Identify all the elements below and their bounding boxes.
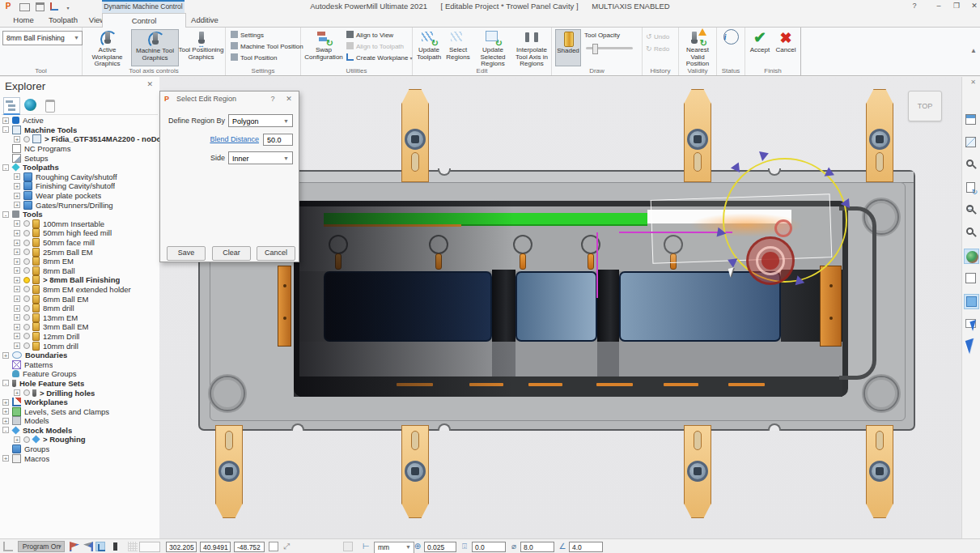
tree-item-label[interactable]: 10mm drill — [43, 342, 78, 351]
expand-icon[interactable]: + — [2, 352, 9, 359]
help-button[interactable]: ? — [908, 1, 921, 11]
tree-item[interactable]: +8mm EM — [0, 257, 159, 266]
tree-item[interactable]: -Machine Tools — [0, 125, 159, 135]
workplane-quick-icon[interactable] — [50, 2, 58, 11]
tree-item-label[interactable]: Macros — [24, 454, 49, 463]
expand-icon[interactable]: + — [14, 296, 20, 302]
tree-item-label[interactable]: Tools — [23, 210, 43, 219]
active-workplane-graphics-button[interactable]: Active Workplane Graphics — [84, 29, 130, 65]
grid-icon[interactable] — [128, 542, 138, 551]
tree-view-icon[interactable] — [3, 97, 20, 115]
tree-item[interactable]: +Macros — [0, 453, 159, 463]
tree-item[interactable]: +25mm Ball EM — [0, 247, 159, 257]
tree-item[interactable]: +100mm Insertable — [0, 219, 159, 229]
tree-item-label[interactable]: 12mm Drill — [43, 332, 79, 341]
tree-item-label[interactable]: 50mm high feed mill — [43, 228, 112, 237]
tree-item-label[interactable]: > 8mm Ball Finishing — [43, 275, 120, 284]
expand-icon[interactable]: + — [14, 249, 20, 255]
tree-item-label[interactable]: 25mm Ball EM — [43, 248, 93, 257]
quick-access-dropdown-icon[interactable]: ▾ — [63, 3, 73, 13]
collapse-icon[interactable]: - — [2, 380, 9, 386]
tab-additive[interactable]: Additive — [188, 13, 222, 27]
tolerance-field[interactable]: 0.025 — [424, 542, 456, 552]
view-cube-top-button[interactable]: TOP — [908, 91, 942, 121]
expand-icon[interactable]: + — [14, 258, 20, 265]
restore-button[interactable]: ❐ — [950, 1, 963, 11]
visibility-bulb-icon[interactable] — [23, 342, 30, 349]
expand-icon[interactable]: + — [14, 286, 20, 292]
tree-item[interactable]: +> Drilling holes — [0, 388, 159, 398]
draw-flag-icon[interactable] — [83, 542, 93, 551]
collapse-icon[interactable]: - — [2, 211, 9, 218]
tool-position-button[interactable]: Tool Position — [231, 53, 277, 63]
block-icon[interactable] — [343, 542, 353, 551]
expand-icon[interactable]: + — [14, 240, 20, 246]
dialog-close-button[interactable]: ✕ — [282, 91, 295, 106]
thickness-field[interactable]: 0.0 — [472, 542, 506, 552]
tree-item-label[interactable]: 8mm drill — [43, 304, 74, 313]
dialog-help-button[interactable]: ? — [266, 91, 279, 106]
tree-item-label[interactable]: Groups — [24, 445, 49, 453]
tree-item[interactable]: +50mm face mill — [0, 238, 159, 248]
tree-item-label[interactable]: 50mm face mill — [43, 238, 95, 247]
tree-item[interactable]: +Workplanes — [0, 398, 159, 407]
tree-item-label[interactable]: Workplanes — [24, 398, 68, 406]
expand-icon[interactable]: + — [14, 277, 20, 283]
expand-icon[interactable]: + — [14, 183, 20, 189]
coordinate-z-field[interactable]: -48.752 — [234, 542, 265, 552]
tree-item[interactable]: +13mm EM — [0, 313, 159, 322]
visibility-bulb-icon[interactable] — [23, 286, 30, 292]
view-toolbar-close-icon[interactable]: ✕ — [970, 79, 976, 86]
update-selected-regions-button[interactable]: Update Selected Regions — [473, 29, 513, 65]
tree-item[interactable]: +10mm drill — [0, 341, 159, 351]
visibility-bulb-icon[interactable] — [23, 389, 30, 396]
expand-icon[interactable]: + — [14, 324, 20, 330]
expand-icon[interactable]: + — [14, 193, 20, 199]
tip-radius-field[interactable]: 4.0 — [569, 542, 603, 552]
update-toolpath-button[interactable]: Update Toolpath — [414, 29, 443, 65]
expand-icon[interactable]: + — [14, 230, 20, 236]
interpolate-tool-axis-button[interactable]: Interpolate Tool Axis in Regions — [513, 29, 550, 65]
expand-icon[interactable]: + — [2, 408, 9, 415]
expand-icon[interactable]: + — [2, 399, 9, 406]
shaded-button[interactable]: Shaded — [555, 29, 581, 66]
expand-icon[interactable]: + — [14, 314, 20, 321]
align-to-view-button[interactable]: Align to View — [346, 30, 393, 40]
close-button[interactable]: ✕ — [968, 1, 980, 11]
tool-positioning-graphics-button[interactable]: Tool Positioning Graphics — [178, 29, 224, 65]
tree-item-label[interactable]: > Drilling holes — [40, 389, 95, 398]
program-toggle[interactable]: Program On▼ — [18, 541, 65, 552]
tree-item-label[interactable]: Models — [24, 416, 49, 425]
tab-control[interactable]: Control — [102, 13, 186, 28]
zoom-fit-icon[interactable] — [964, 158, 979, 173]
tree-item[interactable]: +Finishing Cavity/shutoff — [0, 181, 159, 191]
machine-tool-position-button[interactable]: Machine Tool Position — [231, 41, 303, 52]
draw-flag-icon[interactable] — [70, 542, 79, 551]
expand-icon[interactable]: + — [14, 342, 20, 349]
minimize-button[interactable]: – — [932, 1, 945, 11]
expand-icon[interactable]: + — [14, 173, 20, 180]
zoom-box-icon[interactable] — [964, 226, 979, 241]
cancel-button[interactable]: Cancel — [257, 246, 295, 261]
expand-icon[interactable]: + — [2, 117, 9, 124]
tree-item-label[interactable]: 6mm Ball EM — [43, 295, 88, 304]
visibility-bulb-icon[interactable] — [23, 230, 30, 236]
tree-item-label[interactable]: Machine Tools — [24, 125, 77, 134]
select-pointer-icon[interactable] — [964, 339, 979, 355]
visibility-bulb-icon[interactable] — [23, 314, 30, 321]
tree-item-label[interactable]: 8mm EM extended holder — [43, 285, 131, 294]
tree-item[interactable]: +> Fidia_GTF3514MA2200 - noDoors — [0, 134, 159, 144]
coordinate-lock-checkbox[interactable] — [269, 542, 278, 551]
tree-item[interactable]: +6mm Ball EM — [0, 294, 159, 304]
explorer-close-icon[interactable]: ✕ — [146, 80, 153, 88]
clear-button[interactable]: Clear — [212, 246, 251, 261]
tree-item-label[interactable]: Gates/Runners/Drilling — [36, 201, 113, 210]
tree-item-label[interactable]: Hole Feature Sets — [19, 379, 84, 388]
tree-item[interactable]: NC Programs — [0, 144, 159, 154]
tree-item[interactable]: +12mm Drill — [0, 332, 159, 342]
tree-item[interactable]: +Models — [0, 416, 159, 426]
visibility-bulb-icon[interactable] — [23, 267, 30, 274]
nearest-valid-position-button[interactable]: Nearest Valid Position — [681, 29, 715, 65]
define-region-by-select[interactable]: Polygon▼ — [228, 114, 293, 127]
machine-graphics-icon[interactable] — [964, 90, 979, 105]
